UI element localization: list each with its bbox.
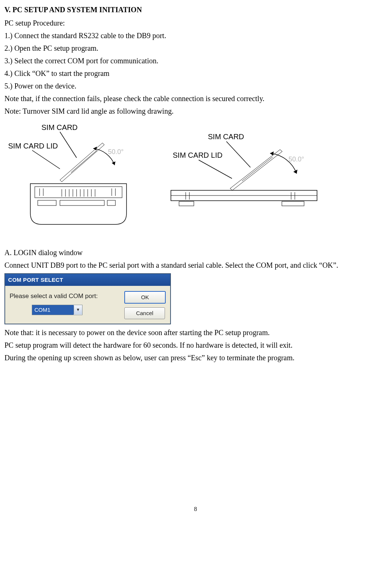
svg-line-27 <box>226 141 250 167</box>
svg-line-31 <box>230 150 280 188</box>
login-section-heading: A. LOGIN dialog window <box>4 247 387 258</box>
label-sim-card: SIM CARD <box>208 133 244 141</box>
procedure-label: PC setup Procedure: <box>4 17 387 29</box>
chevron-down-icon[interactable]: ▼ <box>74 305 82 314</box>
step-1: 1.) Connect the standard RS232 cable to … <box>4 30 387 41</box>
sim-diagram-left: SIM CARD SIM CARD LID 50.0° <box>4 121 138 235</box>
com-port-select[interactable]: COM1 ▼ <box>32 305 82 315</box>
step-2: 2.) Open the PC setup program. <box>4 42 387 54</box>
step-3: 3.) Select the correct COM port for comm… <box>4 55 387 67</box>
note-turnover-sim: Note: Turnover SIM card lid angle as fol… <box>4 105 387 117</box>
note-power-on: Note that: it is necessary to power on t… <box>4 327 387 338</box>
svg-line-1 <box>32 150 60 169</box>
step-4: 4.) Click “OK” to start the program <box>4 67 387 79</box>
label-sim-card-lid: SIM CARD LID <box>8 142 58 150</box>
svg-line-7 <box>60 180 62 182</box>
svg-line-0 <box>60 132 77 158</box>
com-port-selected-value: COM1 <box>32 305 74 315</box>
note-detect-hardware: PC setup program will detect the hardwar… <box>4 339 387 351</box>
ok-button[interactable]: OK <box>124 291 166 304</box>
svg-rect-38 <box>179 201 194 206</box>
svg-rect-39 <box>282 201 304 206</box>
svg-line-8 <box>71 150 97 173</box>
svg-line-5 <box>62 145 104 182</box>
svg-line-33 <box>280 150 282 151</box>
com-port-select-dialog: COM PORT SELECT Please select a valid CO… <box>4 273 171 324</box>
page-number: 8 <box>4 504 387 514</box>
svg-line-35 <box>242 157 273 181</box>
svg-line-32 <box>232 151 282 190</box>
label-sim-card-lid: SIM CARD LID <box>173 151 222 159</box>
section-heading: V. PC SETUP AND SYSTEM INITIATION <box>4 4 387 16</box>
label-sim-card: SIM CARD <box>41 123 78 131</box>
dialog-titlebar: COM PORT SELECT <box>5 274 170 286</box>
svg-line-28 <box>199 160 232 178</box>
note-esc-terminate: During the opening up screen shown as be… <box>4 352 387 364</box>
dialog-title: COM PORT SELECT <box>8 277 63 283</box>
sim-diagram-left-svg: SIM CARD SIM CARD LID 50.0° <box>4 121 138 235</box>
angle-value: 50.0° <box>289 156 304 163</box>
svg-line-6 <box>102 143 104 145</box>
login-section-text: Connect UNIT DB9 port to the PC serial p… <box>4 259 387 271</box>
sim-diagram-right: SIM CARD SIM CARD LID 50.0° <box>160 131 323 216</box>
svg-line-4 <box>60 143 102 180</box>
sim-diagram-right-svg: SIM CARD SIM CARD LID 50.0° <box>160 131 323 216</box>
sim-diagrams: SIM CARD SIM CARD LID 50.0° <box>4 121 387 235</box>
dialog-prompt: Please select a valid COM port: <box>10 291 118 301</box>
angle-value: 50.0° <box>108 148 124 156</box>
cancel-button[interactable]: Cancel <box>124 307 165 319</box>
step-5: 5.) Power on the device. <box>4 80 387 92</box>
note-connection-fail: Note that, if the connection fails, plea… <box>4 93 387 104</box>
